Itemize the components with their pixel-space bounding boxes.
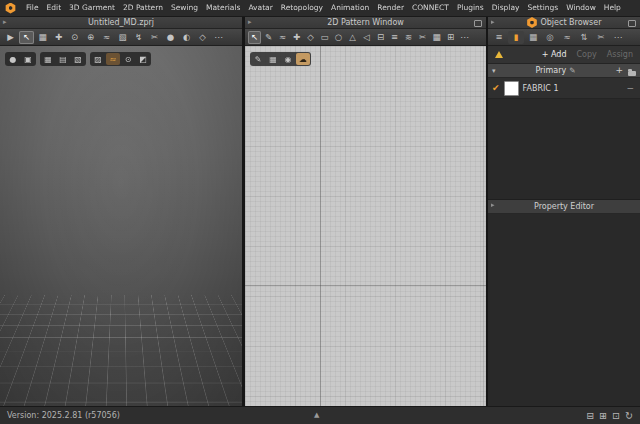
toolbar-2d: ↖✎≈✚◇▭○△◁⊟≡≋✂▦⊞⋯ bbox=[245, 29, 486, 46]
tab-fabric[interactable]: ▮ bbox=[508, 31, 524, 44]
ovl2d-sync[interactable]: ☁ bbox=[296, 53, 310, 65]
ovl2d-grid[interactable]: ▦ bbox=[266, 53, 280, 65]
menu-file[interactable]: File bbox=[22, 0, 43, 16]
viewport-3d-titlebar[interactable]: ▸ Untitled_MD.zprj bbox=[0, 17, 242, 29]
tool-grading[interactable]: ⊞ bbox=[444, 31, 457, 44]
object-browser-titlebar[interactable]: ▸ Object Browser bbox=[488, 17, 640, 29]
ovl2d-edit[interactable]: ✎ bbox=[251, 53, 265, 65]
ovl-show-strain[interactable]: ◩ bbox=[136, 53, 150, 65]
rename-icon[interactable]: ✎ bbox=[569, 66, 575, 75]
tool-transform-pattern[interactable]: ↖ bbox=[248, 31, 261, 44]
ovl-show-pins[interactable]: ⊙ bbox=[121, 53, 135, 65]
menu-plugins[interactable]: Plugins bbox=[453, 0, 488, 16]
tool-tack-on-avatar[interactable]: ⊕ bbox=[83, 31, 98, 44]
tool-edit-sewing[interactable]: ✂ bbox=[416, 31, 429, 44]
copy-button[interactable]: Copy bbox=[577, 50, 597, 59]
tool-pose[interactable]: ◇ bbox=[195, 31, 210, 44]
menu-window[interactable]: Window bbox=[562, 0, 600, 16]
tool-dart[interactable]: △ bbox=[346, 31, 359, 44]
tool-pin[interactable]: ⊙ bbox=[67, 31, 82, 44]
tab-zipper[interactable]: ⇅ bbox=[576, 31, 592, 44]
tool-wind[interactable]: ↯ bbox=[131, 31, 146, 44]
pane-menu-icon[interactable]: ▸ bbox=[3, 17, 7, 28]
menu-display[interactable]: Display bbox=[488, 0, 524, 16]
menu-edit[interactable]: Edit bbox=[43, 0, 66, 16]
tool-seam-allowance[interactable]: ⊟ bbox=[374, 31, 387, 44]
expand-icon[interactable]: ▾ bbox=[492, 67, 496, 75]
assign-button[interactable]: Assign bbox=[607, 50, 633, 59]
tool-select-move[interactable]: ↖ bbox=[19, 31, 34, 44]
window-layout-single-icon[interactable]: ⊟ bbox=[586, 410, 594, 421]
ovl-surface-mono[interactable]: ▤ bbox=[56, 53, 70, 65]
panel-collapse-icon[interactable]: ▸ bbox=[491, 17, 495, 28]
fabric-list-item[interactable]: ✔ FABRIC 1 − bbox=[488, 78, 640, 99]
tool-edit-curvature[interactable]: ≈ bbox=[276, 31, 289, 44]
undock-icon[interactable] bbox=[474, 20, 482, 27]
tool-scissors[interactable]: ✂ bbox=[147, 31, 162, 44]
pattern-2d-canvas[interactable]: ✎▦◉☁ bbox=[245, 46, 486, 406]
tool-texture-editor[interactable]: ▦ bbox=[430, 31, 443, 44]
active-check-icon[interactable]: ✔ bbox=[492, 83, 500, 93]
menu-2d-pattern[interactable]: 2D Pattern bbox=[119, 0, 167, 16]
primary-section-header[interactable]: ▾ Primary ✎ + bbox=[488, 64, 640, 78]
menu-materials[interactable]: Materials bbox=[202, 0, 244, 16]
undock-icon[interactable] bbox=[628, 20, 636, 27]
window-layout-quad-icon[interactable]: ⊡ bbox=[612, 410, 620, 421]
tool-polygon[interactable]: ◇ bbox=[304, 31, 317, 44]
tab-more[interactable]: ⋯ bbox=[610, 31, 626, 44]
tool-fold-arrangement[interactable]: ▧ bbox=[115, 31, 130, 44]
tab-scene[interactable]: ≡ bbox=[491, 31, 507, 44]
ovl-show-seams[interactable]: ≈ bbox=[106, 53, 120, 65]
tool-more-3d[interactable]: ⋯ bbox=[211, 31, 226, 44]
menu-retopology[interactable]: Retopology bbox=[277, 0, 327, 16]
ovl-surface-textured[interactable]: ▦ bbox=[41, 53, 55, 65]
tab-graphic[interactable]: ▦ bbox=[525, 31, 541, 44]
collapse-item-icon[interactable]: − bbox=[626, 83, 636, 93]
tool-show-avatar[interactable]: ● bbox=[163, 31, 178, 44]
fabric-color-swatch[interactable] bbox=[504, 81, 519, 96]
menu-connect[interactable]: CONNECT bbox=[408, 0, 453, 16]
tool-notch[interactable]: ◁ bbox=[360, 31, 373, 44]
object-browser-title: Object Browser bbox=[540, 18, 601, 27]
tool-transform-gizmo[interactable]: ✚ bbox=[51, 31, 66, 44]
ovl2d-info[interactable]: ◉ bbox=[281, 53, 295, 65]
tool-sewing-3d[interactable]: ≈ bbox=[99, 31, 114, 44]
pane-menu-icon[interactable]: ▸ bbox=[248, 17, 252, 28]
panel-collapse-icon[interactable]: ▸ bbox=[491, 200, 495, 211]
tool-rectangle[interactable]: ▭ bbox=[318, 31, 331, 44]
menu-avatar[interactable]: Avatar bbox=[244, 0, 276, 16]
tool-more-2d[interactable]: ⋯ bbox=[458, 31, 471, 44]
ovl-show-avatar[interactable]: ● bbox=[6, 53, 20, 65]
overlay-group-2d-display: ✎▦◉☁ bbox=[250, 52, 311, 66]
add-fabric-icon[interactable]: + bbox=[615, 64, 623, 77]
tool-select-mesh[interactable]: ▦ bbox=[35, 31, 50, 44]
tool-edit-pattern[interactable]: ✎ bbox=[262, 31, 275, 44]
tool-add-point[interactable]: ✚ bbox=[290, 31, 303, 44]
overlay-group-surface: ▦▤▧ bbox=[40, 52, 86, 66]
ovl-surface-mesh[interactable]: ▧ bbox=[71, 53, 85, 65]
menu-animation[interactable]: Animation bbox=[327, 0, 373, 16]
tool-circle[interactable]: ○ bbox=[332, 31, 345, 44]
menu-settings[interactable]: Settings bbox=[523, 0, 562, 16]
ovl-show-garment[interactable]: ▣ bbox=[21, 53, 35, 65]
refresh-icon[interactable]: ↻ bbox=[625, 410, 633, 421]
tab-button[interactable]: ◎ bbox=[542, 31, 558, 44]
tool-free-sewing[interactable]: ≋ bbox=[402, 31, 415, 44]
pattern-2d-titlebar[interactable]: ▸ 2D Pattern Window bbox=[245, 17, 486, 29]
tab-trim[interactable]: ✂ bbox=[593, 31, 609, 44]
panel-expander-icon[interactable]: ▲ bbox=[314, 407, 319, 423]
viewport-3d-canvas[interactable]: ●▣ ▦▤▧ ▨≈⊙◩ bbox=[0, 46, 242, 406]
menu-help[interactable]: Help bbox=[600, 0, 625, 16]
menu-render[interactable]: Render bbox=[373, 0, 408, 16]
tool-segment-sewing[interactable]: ≡ bbox=[388, 31, 401, 44]
property-editor-header[interactable]: ▸ Property Editor bbox=[488, 199, 640, 214]
window-layout-split-icon[interactable]: ⊞ bbox=[599, 410, 607, 421]
menu-sewing[interactable]: Sewing bbox=[167, 0, 202, 16]
tool-simulate[interactable]: ▶ bbox=[3, 31, 18, 44]
tool-arrangement-points[interactable]: ◐ bbox=[179, 31, 194, 44]
ovl-show-internal-lines[interactable]: ▨ bbox=[91, 53, 105, 65]
tab-topstitch[interactable]: ≈ bbox=[559, 31, 575, 44]
menu-3d-garment[interactable]: 3D Garment bbox=[65, 0, 119, 16]
add-button[interactable]: + Add bbox=[542, 50, 567, 59]
section-title: Primary bbox=[535, 66, 566, 75]
